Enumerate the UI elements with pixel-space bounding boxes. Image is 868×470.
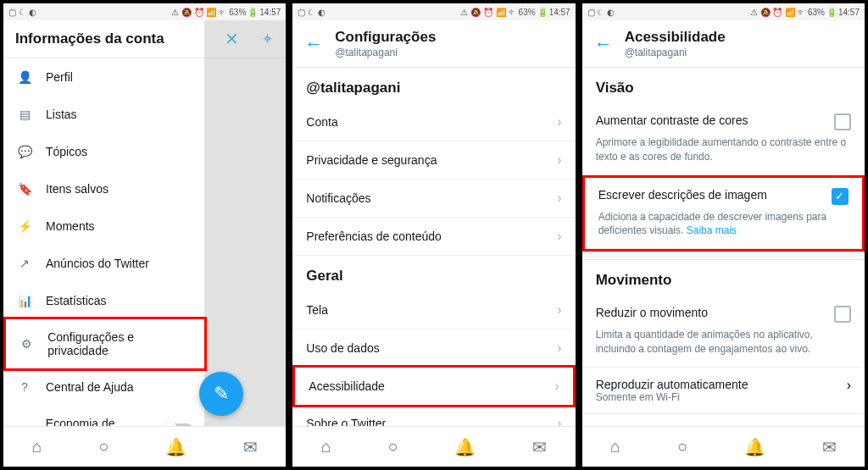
chevron-right-icon: › — [557, 229, 561, 244]
screen3-header: ← Acessibilidade @talitapagani — [582, 20, 865, 68]
row-acessibilidade[interactable]: Acessibilidade› — [292, 365, 575, 407]
background-overlay — [204, 20, 286, 426]
chevron-right-icon: › — [557, 114, 561, 130]
account-menu: 👤Perfil ▤Listas 💬Tópicos 🔖Itens salvos ⚡… — [3, 58, 207, 426]
menu-configuracoes[interactable]: ⚙Configurações e privacidade — [3, 317, 207, 371]
bottom-nav: ⌂ ○ 🔔 ✉ — [292, 426, 575, 467]
menu-economia[interactable]: ◐Economia de dados — [3, 406, 207, 426]
contrast-desc: Aprimore a legibilidade aumentando o con… — [582, 134, 865, 175]
row-sobre[interactable]: Sobre o Twitter› — [292, 405, 575, 426]
gear-icon: ⚙ — [19, 336, 34, 351]
page-title: Informações da conta — [15, 30, 164, 47]
imgdesc-desc: Adiciona a capacidade de descrever image… — [585, 208, 862, 250]
imgdesc-checkbox[interactable]: ✓ — [832, 188, 849, 205]
section-geral: Geral — [292, 256, 575, 291]
bookmark-icon: 🔖 — [17, 181, 32, 196]
page-title: Configurações — [335, 29, 436, 46]
row-preferencias[interactable]: Preferências de conteúdo› — [292, 218, 575, 256]
home-icon[interactable]: ⌂ — [610, 437, 620, 456]
row-descricoes-imagem[interactable]: Escrever descrições de imagem ✓ — [585, 178, 862, 208]
menu-ajuda[interactable]: ?Central de Ajuda — [3, 368, 207, 406]
menu-estatisticas[interactable]: 📊Estatísticas — [3, 282, 207, 319]
search-icon[interactable]: ○ — [677, 437, 687, 456]
reduce-checkbox[interactable] — [834, 306, 851, 323]
page-title: Acessibilidade — [625, 29, 726, 46]
row-reduzir-movimento[interactable]: Reduzir o movimento — [582, 296, 865, 326]
menu-anuncios[interactable]: ↗Anúncios do Twitter — [3, 245, 207, 282]
help-icon: ? — [17, 379, 32, 395]
chevron-right-icon: › — [554, 379, 559, 394]
bell-icon[interactable]: 🔔 — [744, 437, 765, 457]
bell-icon[interactable]: 🔔 — [165, 437, 186, 457]
bell-icon[interactable]: 🔔 — [454, 437, 476, 457]
list-icon: ▤ — [17, 107, 32, 122]
settings-list: @talitapagani Conta› Privacidade e segur… — [292, 68, 575, 426]
page-subtitle: @talitapagani — [625, 47, 726, 58]
page-subtitle: @talitapagani — [335, 47, 436, 58]
chat-icon: 💬 — [17, 144, 32, 159]
contrast-checkbox[interactable] — [834, 113, 851, 130]
saiba-mais-link[interactable]: Saiba mais — [687, 224, 737, 236]
chevron-right-icon: › — [557, 416, 561, 426]
compose-fab[interactable]: ✎ — [199, 372, 243, 416]
mail-icon[interactable]: ✉ — [532, 437, 547, 457]
search-icon[interactable]: ○ — [388, 437, 398, 456]
arrow-icon: ↗ — [17, 256, 32, 271]
bottom-nav: ⌂ ○ 🔔 ✉ — [3, 426, 286, 467]
section-movimento: Movimento — [582, 260, 865, 296]
screen2-header: ← Configurações @talitapagani — [292, 20, 575, 68]
status-bar: ▢ ☾ ◐ ⚠ 🔕 ⏰ 📶 ᯤ 63% 🔋 14:57 — [292, 3, 575, 20]
search-icon[interactable]: ○ — [98, 437, 108, 456]
menu-topicos[interactable]: 💬Tópicos — [3, 133, 207, 170]
bottom-nav: ⌂ ○ 🔔 ✉ — [582, 426, 865, 467]
menu-itens-salvos[interactable]: 🔖Itens salvos — [3, 170, 207, 207]
section-account: @talitapagani — [292, 68, 575, 103]
data-saver-toggle[interactable] — [163, 423, 193, 426]
status-bar: ▢ ☾ ◐ ⚠ 🔕 ⏰ 📶 ᯤ 63% 🔋 14:57 — [582, 3, 865, 20]
section-visao: Visão — [582, 68, 865, 103]
reduce-desc: Limita a quantidade de animações no apli… — [582, 326, 865, 368]
chevron-right-icon: › — [557, 191, 561, 206]
menu-moments[interactable]: ⚡Moments — [3, 207, 207, 245]
menu-perfil[interactable]: 👤Perfil — [3, 58, 207, 96]
person-icon: 👤 — [17, 69, 32, 85]
row-tela[interactable]: Tela› — [292, 291, 575, 329]
back-icon[interactable]: ← — [304, 33, 323, 55]
chevron-right-icon: › — [847, 378, 851, 393]
row-notificacoes[interactable]: Notificações› — [292, 180, 575, 218]
chevron-right-icon: › — [557, 302, 561, 318]
row-conta[interactable]: Conta› — [292, 103, 575, 141]
bolt-icon: ⚡ — [17, 218, 32, 234]
row-contraste[interactable]: Aumentar contraste de cores — [582, 103, 865, 134]
chevron-right-icon: › — [557, 340, 561, 356]
mail-icon[interactable]: ✉ — [822, 437, 837, 457]
chevron-right-icon: › — [557, 152, 561, 168]
back-icon[interactable]: ← — [594, 33, 613, 55]
row-privacidade[interactable]: Privacidade e segurança› — [292, 141, 575, 180]
row-autoplay[interactable]: Reproduzir automaticamente Somente em Wi… — [582, 368, 865, 414]
home-icon[interactable]: ⌂ — [321, 437, 331, 456]
home-icon[interactable]: ⌂ — [31, 437, 42, 456]
stats-icon: 📊 — [17, 293, 32, 308]
status-bar: ▢ ☾ ◐ ⚠ 🔕 ⏰ 📶 ᯤ 63% 🔋 14:57 — [3, 3, 286, 20]
accessibility-list: Visão Aumentar contraste de cores Aprimo… — [582, 68, 865, 426]
row-uso-dados[interactable]: Uso de dados› — [292, 329, 575, 368]
menu-listas[interactable]: ▤Listas — [3, 96, 207, 133]
mail-icon[interactable]: ✉ — [243, 437, 258, 457]
